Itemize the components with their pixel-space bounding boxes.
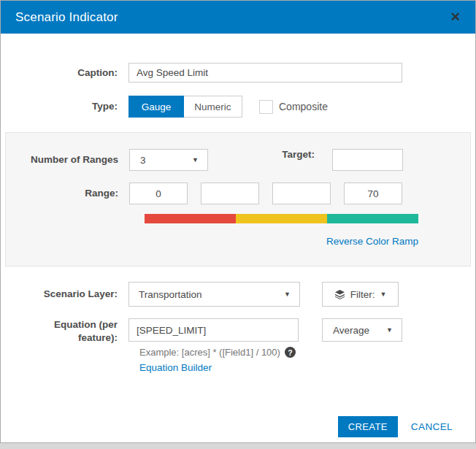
caption-input[interactable] (128, 63, 402, 82)
range-label: Range: (6, 187, 129, 200)
target-input[interactable] (332, 149, 403, 171)
scenario-layer-value: Transportation (139, 289, 202, 300)
create-button[interactable]: CREATE (338, 416, 398, 437)
number-of-ranges-dropdown[interactable]: 3 ▼ (129, 149, 208, 171)
equation-input[interactable] (128, 318, 299, 342)
range-row: Range: (6, 183, 470, 204)
equation-builder-link[interactable]: Equation Builder (139, 362, 212, 373)
range-input-3[interactable] (272, 183, 331, 204)
cancel-button[interactable]: CANCEL (411, 421, 453, 432)
color-ramp-segment-yellow (236, 214, 327, 223)
equation-label: Equation (per feature): (1, 318, 128, 344)
color-ramp-segment-teal (327, 214, 418, 223)
number-of-ranges-value: 3 (140, 155, 146, 166)
range-input-1[interactable] (129, 183, 188, 204)
type-label: Type: (1, 100, 128, 113)
color-ramp (145, 214, 418, 223)
layers-icon (334, 290, 345, 299)
aggregation-value: Average (333, 325, 369, 336)
range-input-4[interactable] (344, 183, 402, 204)
help-icon[interactable]: ? (285, 347, 296, 358)
composite-checkbox-group: Composite (259, 100, 328, 114)
scenario-indicator-dialog: Scenario Indicator ✕ Caption: Type: Gaug… (0, 0, 476, 443)
range-input-2[interactable] (201, 183, 259, 204)
aggregation-dropdown[interactable]: Average ▼ (322, 318, 402, 342)
equation-example-text: Example: [acres] * ([Field1] / 100) (139, 347, 280, 358)
filter-button[interactable]: Filter: ▼ (322, 282, 399, 307)
chevron-down-icon: ▼ (386, 326, 393, 334)
caption-label: Caption: (1, 66, 128, 80)
reverse-color-ramp-row: Reverse Color Ramp (145, 236, 418, 247)
equation-row: Equation (per feature): Average ▼ (1, 318, 475, 344)
dialog-header: Scenario Indicator ✕ (1, 1, 475, 34)
composite-label: Composite (279, 101, 328, 112)
color-ramp-segment-red (145, 214, 236, 223)
filter-label: Filter: (350, 289, 375, 300)
scenario-layer-row: Scenario Layer: Transportation ▼ Filter:… (1, 282, 475, 307)
composite-checkbox[interactable] (259, 100, 273, 114)
close-icon[interactable]: ✕ (450, 11, 461, 23)
scenario-layer-label: Scenario Layer: (1, 288, 128, 301)
scenario-layer-dropdown[interactable]: Transportation ▼ (128, 282, 300, 307)
target-label: Target: (282, 149, 315, 171)
caption-row: Caption: (1, 63, 475, 82)
reverse-color-ramp-link[interactable]: Reverse Color Ramp (326, 236, 418, 247)
chevron-down-icon: ▼ (380, 291, 386, 298)
type-option-numeric[interactable]: Numeric (184, 96, 242, 118)
chevron-down-icon: ▼ (192, 156, 199, 164)
ranges-panel: Number of Ranges 3 ▼ Target: Range: (5, 132, 471, 266)
dialog-footer: CREATE CANCEL (1, 416, 475, 437)
dialog-title: Scenario Indicator (15, 10, 118, 25)
type-row: Type: Gauge Numeric Composite (1, 96, 475, 118)
number-of-ranges-row: Number of Ranges 3 ▼ Target: (6, 149, 470, 171)
top-section: Caption: Type: Gauge Numeric Composite (1, 34, 475, 118)
number-of-ranges-label: Number of Ranges (6, 153, 129, 166)
equation-help-block: Example: [acres] * ([Field1] / 100) ? Eq… (139, 347, 475, 374)
chevron-down-icon: ▼ (284, 291, 291, 298)
type-segmented-control: Gauge Numeric (128, 96, 242, 118)
equation-field-group: Average ▼ (128, 318, 402, 342)
type-option-gauge[interactable]: Gauge (128, 96, 184, 118)
